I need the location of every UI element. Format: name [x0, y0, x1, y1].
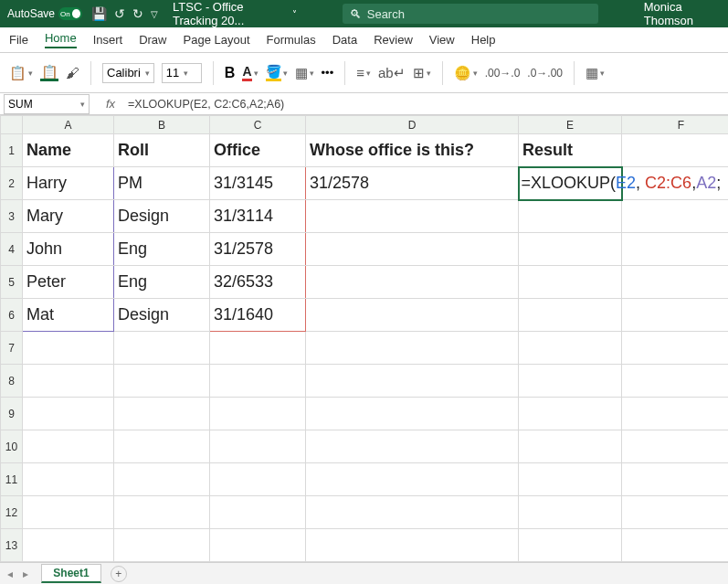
- row-header[interactable]: 5: [1, 266, 23, 299]
- tab-insert[interactable]: Insert: [93, 33, 123, 47]
- cell[interactable]: [622, 365, 729, 398]
- cell[interactable]: [306, 463, 519, 496]
- cell[interactable]: [622, 398, 729, 430]
- paste-button[interactable]: 📋▾: [9, 65, 33, 81]
- more-font-options[interactable]: •••: [322, 66, 334, 80]
- cell[interactable]: [306, 200, 519, 233]
- cell[interactable]: [306, 332, 519, 365]
- cell[interactable]: [210, 463, 306, 496]
- tab-file[interactable]: File: [9, 33, 28, 47]
- row-header[interactable]: 3: [1, 200, 23, 233]
- decrease-decimal-icon[interactable]: .00→.0: [485, 67, 521, 80]
- cell[interactable]: [306, 430, 519, 463]
- toggle-switch[interactable]: On: [58, 7, 82, 20]
- cell[interactable]: [114, 430, 210, 463]
- cell[interactable]: [210, 398, 306, 430]
- cell-active[interactable]: =XLOOKUP(E2, C2:C6,A2;: [519, 167, 622, 200]
- number-format-button[interactable]: 🪙▾: [454, 65, 478, 81]
- cell[interactable]: [622, 496, 729, 529]
- cell[interactable]: [519, 233, 622, 266]
- cell[interactable]: Eng: [114, 233, 210, 266]
- cell[interactable]: Whose office is this?: [306, 134, 519, 167]
- cell[interactable]: Name: [23, 134, 114, 167]
- tab-review[interactable]: Review: [374, 33, 413, 47]
- cell[interactable]: [23, 529, 114, 562]
- row-header[interactable]: 7: [1, 332, 23, 365]
- cell[interactable]: [23, 398, 114, 430]
- redo-icon[interactable]: ↻: [132, 6, 143, 21]
- tab-page-layout[interactable]: Page Layout: [184, 33, 250, 47]
- cell[interactable]: [519, 365, 622, 398]
- cell[interactable]: [114, 562, 210, 563]
- cell[interactable]: Eng: [114, 266, 210, 299]
- cell[interactable]: [622, 463, 729, 496]
- formula-input[interactable]: =XLOOKUP(E2, C2:C6,A2;A6): [122, 98, 728, 111]
- row-header[interactable]: 10: [1, 430, 23, 463]
- borders-button[interactable]: ▦▾: [295, 65, 314, 81]
- font-size-select[interactable]: 11▾: [162, 63, 202, 83]
- cell[interactable]: Design: [114, 299, 210, 332]
- cell[interactable]: 32/6533: [210, 266, 306, 299]
- add-sheet-button[interactable]: +: [111, 566, 127, 582]
- col-header-B[interactable]: B: [114, 116, 210, 134]
- col-header-F[interactable]: F: [622, 116, 729, 134]
- cell[interactable]: [306, 365, 519, 398]
- wrap-text-button[interactable]: ab↵: [378, 65, 406, 81]
- merge-button[interactable]: ⊞▾: [413, 65, 431, 81]
- font-name-select[interactable]: Calibri▾: [102, 63, 154, 83]
- cell[interactable]: [210, 529, 306, 562]
- cell[interactable]: [306, 398, 519, 430]
- fx-label[interactable]: fx: [99, 97, 122, 111]
- cell[interactable]: [622, 134, 729, 167]
- paste-main[interactable]: 📋: [40, 64, 58, 81]
- cell[interactable]: Office: [210, 134, 306, 167]
- increase-decimal-icon[interactable]: .0→.00: [527, 67, 563, 80]
- cell[interactable]: [210, 365, 306, 398]
- cell[interactable]: [306, 562, 519, 563]
- cell[interactable]: [306, 266, 519, 299]
- cell[interactable]: [519, 430, 622, 463]
- row-header[interactable]: 13: [1, 529, 23, 562]
- col-header-C[interactable]: C: [210, 116, 306, 134]
- cell[interactable]: [210, 332, 306, 365]
- cell[interactable]: Design: [114, 200, 210, 233]
- cell[interactable]: [210, 430, 306, 463]
- font-color-button[interactable]: A▾: [242, 64, 258, 81]
- format-painter-icon[interactable]: 🖌: [66, 65, 79, 80]
- cell[interactable]: 31/2578: [306, 167, 519, 200]
- sheet-nav-arrows[interactable]: ◂ ▸: [7, 568, 32, 580]
- tell-me-search[interactable]: 🔍︎ Search: [343, 4, 598, 24]
- cell[interactable]: [519, 496, 622, 529]
- cell[interactable]: [622, 562, 729, 563]
- cell[interactable]: 31/2578: [210, 233, 306, 266]
- col-header-A[interactable]: A: [23, 116, 114, 134]
- cell[interactable]: [622, 233, 729, 266]
- cell[interactable]: [114, 365, 210, 398]
- row-header[interactable]: 8: [1, 365, 23, 398]
- align-button[interactable]: ≡▾: [356, 65, 371, 80]
- tab-draw[interactable]: Draw: [139, 33, 166, 47]
- cell[interactable]: [114, 529, 210, 562]
- col-header-E[interactable]: E: [519, 116, 622, 134]
- row-header[interactable]: 4: [1, 233, 23, 266]
- cell[interactable]: [23, 496, 114, 529]
- cell[interactable]: [519, 332, 622, 365]
- cell[interactable]: [210, 496, 306, 529]
- cell[interactable]: 31/3114: [210, 200, 306, 233]
- name-box[interactable]: SUM ▾: [4, 94, 90, 114]
- cell[interactable]: [23, 430, 114, 463]
- cell[interactable]: [114, 496, 210, 529]
- autosave-toggle[interactable]: AutoSave On: [7, 7, 82, 20]
- cell[interactable]: [622, 299, 729, 332]
- cell[interactable]: [210, 562, 306, 563]
- cell[interactable]: 31/1640: [210, 299, 306, 332]
- styles-button[interactable]: ▦▾: [586, 65, 605, 81]
- tab-view[interactable]: View: [429, 33, 455, 47]
- cell[interactable]: [306, 299, 519, 332]
- tab-home[interactable]: Home: [45, 31, 77, 48]
- save-icon[interactable]: 💾: [91, 6, 107, 21]
- qat-dropdown-icon[interactable]: ▽: [151, 9, 158, 19]
- cell[interactable]: [519, 529, 622, 562]
- cell[interactable]: [114, 398, 210, 430]
- select-all-corner[interactable]: [1, 116, 23, 134]
